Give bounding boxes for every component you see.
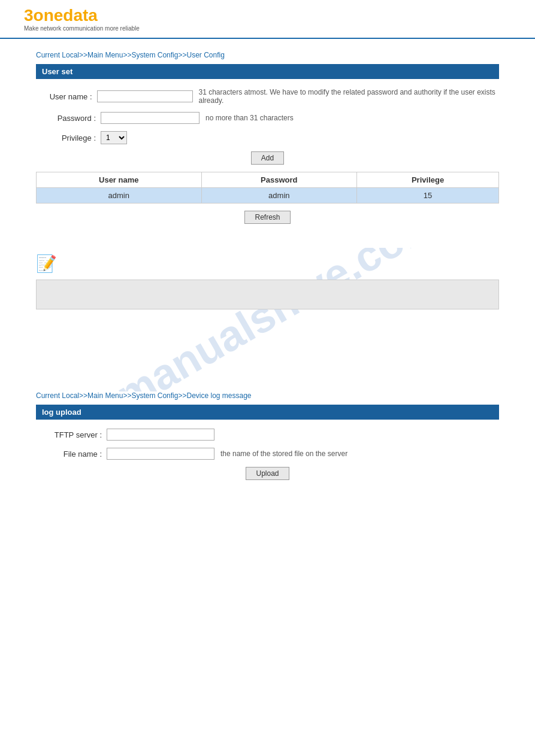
user-config-breadcrumb: Current Local>>Main Menu>>System Config>… — [36, 51, 499, 59]
edit-icon: 📝 — [36, 254, 57, 273]
logo-name: onedata — [34, 6, 98, 25]
cell-privilege: 15 — [357, 188, 499, 204]
password-label: Password : — [42, 114, 96, 123]
main-content: Current Local>>Main Menu>>System Config>… — [0, 39, 535, 516]
col-password: Password — [201, 172, 357, 188]
table-row: admin admin 15 — [37, 188, 499, 204]
edit-icon-area: 📝 — [36, 248, 499, 280]
log-breadcrumb: Current Local>>Main Menu>>System Config>… — [36, 391, 499, 400]
username-hint: 31 characters atmost. We have to modify … — [199, 88, 500, 105]
refresh-button-row: Refresh — [36, 211, 499, 224]
col-privilege: Privilege — [357, 172, 499, 188]
log-upload-section: Current Local>>Main Menu>>System Config>… — [36, 391, 499, 480]
add-button[interactable]: Add — [251, 151, 284, 165]
password-row: Password : no more than 31 characters — [36, 112, 499, 124]
log-section-header: log upload — [36, 405, 499, 420]
upload-button-row: Upload — [36, 467, 499, 480]
filename-input[interactable] — [107, 448, 214, 460]
filename-hint: the name of the stored file on the serve… — [220, 450, 347, 458]
logo-tagline: Make network communication more reliable — [24, 25, 511, 32]
username-row: User name : 31 characters atmost. We hav… — [36, 88, 499, 105]
filename-row: File name : the name of the stored file … — [36, 448, 499, 460]
cell-password: admin — [201, 188, 357, 204]
upload-button[interactable]: Upload — [246, 467, 289, 480]
user-config-section-header: User set — [36, 64, 499, 79]
refresh-button[interactable]: Refresh — [244, 211, 290, 224]
user-config-section: Current Local>>Main Menu>>System Config>… — [36, 51, 499, 224]
cell-username: admin — [37, 188, 202, 204]
table-header-row: User name Password Privilege — [37, 172, 499, 188]
filename-label: File name : — [42, 450, 102, 459]
password-input[interactable] — [101, 112, 200, 124]
logo: 3onedata — [24, 6, 511, 25]
password-hint: no more than 31 characters — [205, 114, 294, 122]
privilege-select[interactable]: 1 2 3 4 5 6 7 8 9 10 11 12 13 14 15 — [101, 131, 127, 144]
tftp-label: TFTP server : — [42, 430, 102, 439]
col-username: User name — [37, 172, 202, 188]
text-box — [36, 280, 499, 309]
add-button-row: Add — [36, 151, 499, 165]
page-header: 3onedata Make network communication more… — [0, 0, 535, 39]
privilege-label: Privilege : — [42, 133, 96, 142]
tftp-input[interactable] — [107, 429, 214, 441]
tftp-row: TFTP server : — [36, 429, 499, 441]
user-table: User name Password Privilege admin admin… — [36, 172, 499, 204]
logo-prefix: 3 — [24, 6, 34, 25]
username-label: User name : — [42, 92, 92, 101]
username-input[interactable] — [97, 90, 193, 102]
privilege-row: Privilege : 1 2 3 4 5 6 7 8 9 10 11 12 1… — [36, 131, 499, 144]
middle-section: manualshive.com 📝 — [36, 248, 499, 391]
